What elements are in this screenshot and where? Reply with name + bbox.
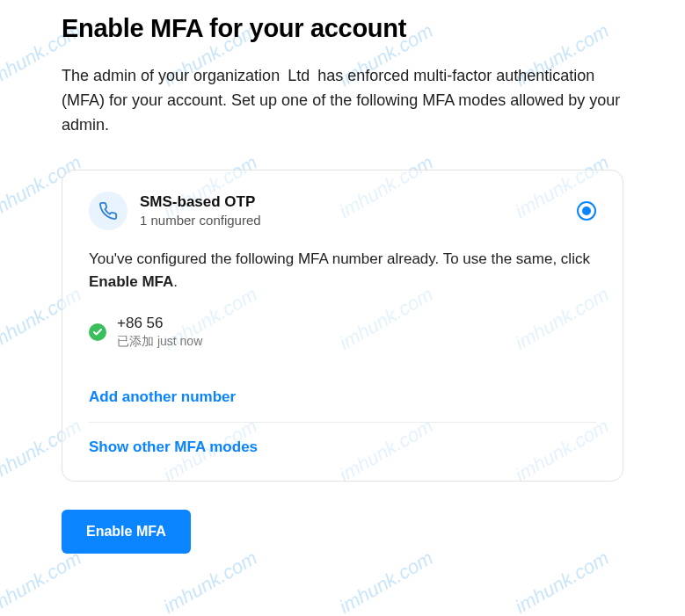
configured-number-row: +86 56 已添加 just now (89, 315, 596, 350)
add-another-number-link[interactable]: Add another number (89, 373, 596, 422)
phone-number-masked: +86 56 (117, 315, 202, 332)
page-description: The admin of your organization Ltd has e… (62, 64, 623, 138)
mode-title: SMS-based OTP (140, 193, 261, 211)
page-title: Enable MFA for your account (62, 14, 623, 43)
mode-radio[interactable] (577, 201, 596, 221)
enable-mfa-button[interactable]: Enable MFA (62, 510, 191, 554)
show-other-modes-link[interactable]: Show other MFA modes (89, 423, 596, 472)
mfa-mode-card: SMS-based OTP 1 number configured You've… (62, 170, 623, 482)
phone-icon (89, 192, 128, 230)
mode-info-text: You've configured the following MFA numb… (89, 248, 596, 294)
phone-number-status: 已添加 just now (117, 334, 202, 350)
check-icon (89, 323, 106, 341)
org-name-masked: Ltd (284, 67, 313, 84)
mode-subtitle: 1 number configured (140, 213, 261, 228)
